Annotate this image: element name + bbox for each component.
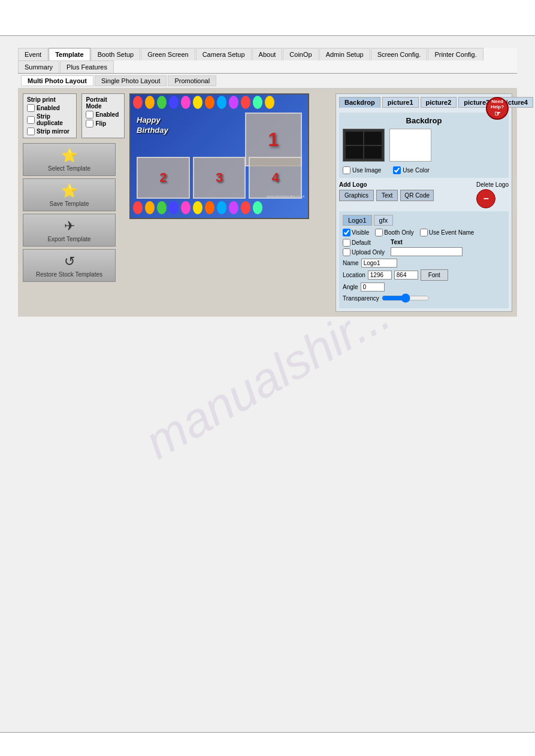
save-template-button[interactable]: ⭐ Save Template — [23, 178, 116, 211]
strip-print-box: Strip print Enabled Strip duplicate Stri… — [23, 93, 77, 138]
use-event-name-label: Use Event Name — [429, 229, 474, 236]
sub-tab-single-photo[interactable]: Single Photo Layout — [95, 75, 167, 86]
thumb-cell-2 — [364, 132, 382, 145]
tab-printer-config[interactable]: Printer Config. — [428, 48, 483, 60]
tab-bar: Event Template Booth Setup Green Screen … — [18, 48, 517, 74]
sub-tab-multi-photo[interactable]: Multi Photo Layout — [21, 75, 93, 86]
balloons-bottom — [131, 200, 308, 218]
strip-duplicate-checkbox[interactable] — [27, 116, 35, 124]
export-template-button[interactable]: ✈ Export Template — [23, 214, 116, 247]
backdrop-thumbnail — [343, 129, 385, 162]
portrait-enabled-row: Enabled — [86, 111, 120, 119]
birthday-line2: Birthday — [137, 126, 168, 136]
sub-tab-promotional[interactable]: Promotional — [168, 75, 216, 86]
use-color-checkbox[interactable] — [393, 166, 401, 174]
balloon — [229, 96, 238, 109]
tab-plus-features[interactable]: Plus Features — [60, 60, 114, 73]
use-event-name-checkbox[interactable] — [420, 229, 428, 236]
delete-logo-button[interactable]: − — [476, 189, 495, 208]
font-button[interactable]: Font — [421, 269, 448, 281]
balloon — [205, 96, 214, 109]
tab-booth-setup[interactable]: Booth Setup — [91, 48, 141, 60]
strip-print-enabled-row: Enabled — [27, 104, 72, 112]
left-panel: Strip print Enabled Strip duplicate Stri… — [23, 93, 125, 312]
default-check-row: Default — [343, 239, 385, 247]
balloon-b — [205, 201, 214, 214]
upload-only-checkbox[interactable] — [343, 248, 350, 256]
birthday-background: Happy Birthday 1 2 3 4 — [131, 95, 308, 218]
balloon — [193, 96, 202, 109]
main-content: Event Template Booth Setup Green Screen … — [0, 36, 535, 329]
logo-left-options: Default Upload Only — [343, 239, 385, 256]
select-template-button[interactable]: ⭐ Select Template — [23, 143, 116, 176]
tab-screen-config[interactable]: Screen Config. — [371, 48, 428, 60]
booth-only-checkbox[interactable] — [375, 229, 383, 236]
star-up-icon: ⭐ — [61, 183, 77, 199]
default-checkbox[interactable] — [343, 239, 350, 247]
location-y-input[interactable] — [394, 271, 418, 280]
tab-about[interactable]: About — [252, 48, 283, 60]
thumb-cell-3 — [346, 146, 363, 159]
qrcode-button[interactable]: QR Code — [400, 190, 434, 201]
logo-tabs: Logo1 gfx — [343, 215, 505, 226]
text-section-title: Text — [391, 239, 505, 245]
rp-tab-picture1[interactable]: picture1 — [382, 97, 419, 108]
strip-mirror-row: Strip mirror — [27, 127, 72, 135]
visible-check-row: Visible — [343, 229, 369, 236]
balloon — [133, 96, 143, 109]
portrait-flip-checkbox[interactable] — [86, 120, 93, 127]
backdrop-title: Backdrop — [343, 116, 505, 125]
balloon-b — [253, 201, 262, 214]
tab-green-screen[interactable]: Green Screen — [141, 48, 195, 60]
section-boxes: Strip print Enabled Strip duplicate Stri… — [23, 93, 125, 141]
location-x-input[interactable] — [368, 271, 392, 280]
logo-tab-logo1[interactable]: Logo1 — [343, 215, 372, 226]
need-help-label2: Help? — [491, 104, 504, 110]
angle-label: Angle — [343, 284, 358, 290]
restore-stock-button[interactable]: ↺ Restore Stock Templates — [23, 249, 116, 282]
save-template-label: Save Template — [50, 201, 89, 207]
strip-mirror-checkbox[interactable] — [27, 127, 35, 135]
logo-details-section: Logo1 gfx Visible Booth Only Use — [339, 211, 509, 308]
workspace: Strip print Enabled Strip duplicate Stri… — [18, 89, 517, 317]
birthday-line1: Happy — [137, 116, 168, 126]
visible-label: Visible — [352, 229, 369, 236]
tab-camera-setup[interactable]: Camera Setup — [196, 48, 252, 60]
balloon-b — [181, 201, 191, 214]
visible-checkbox[interactable] — [343, 229, 350, 236]
tab-event[interactable]: Event — [18, 48, 48, 60]
balloon-b — [229, 201, 238, 214]
need-help-label: Need — [491, 99, 503, 104]
tab-template[interactable]: Template — [49, 48, 90, 60]
logo-visibility-row: Visible Booth Only Use Event Name — [343, 229, 505, 236]
portrait-enabled-checkbox[interactable] — [86, 111, 93, 119]
text-button[interactable]: Text — [376, 190, 398, 201]
logo-tab-gfx[interactable]: gfx — [374, 215, 394, 226]
strip-print-title: Strip print — [27, 96, 72, 103]
logo-options-row: Default Upload Only Text — [343, 239, 505, 256]
balloon-b — [241, 201, 250, 214]
strip-mirror-label: Strip mirror — [37, 128, 69, 135]
angle-input[interactable] — [361, 283, 385, 292]
tab-summary[interactable]: Summary — [18, 60, 59, 73]
add-delete-logo-row: Add Logo Graphics Text QR Code Delete Lo… — [339, 181, 509, 208]
need-help-button[interactable]: Need Help? ☞ — [486, 97, 509, 120]
strip-duplicate-row: Strip duplicate — [27, 113, 72, 126]
tab-admin-setup[interactable]: Admin Setup — [319, 48, 370, 60]
middle-panel: Happy Birthday 1 2 3 4 — [129, 93, 331, 312]
balloon — [145, 96, 155, 109]
rp-tab-picture2[interactable]: picture2 — [421, 97, 457, 108]
tab-coinop[interactable]: CoinOp — [283, 48, 318, 60]
graphics-button[interactable]: Graphics — [339, 190, 374, 201]
balloon — [181, 96, 191, 109]
use-image-checkbox[interactable] — [343, 166, 350, 174]
text-input[interactable] — [391, 247, 463, 256]
top-bar — [0, 0, 535, 36]
strip-print-enabled-checkbox[interactable] — [27, 104, 35, 112]
transparency-slider[interactable] — [382, 293, 430, 303]
name-input[interactable] — [361, 259, 397, 268]
location-row: Location Font — [343, 269, 505, 281]
rp-tab-backdrop[interactable]: Backdrop — [339, 97, 380, 108]
portrait-flip-row: Flip — [86, 120, 120, 127]
portrait-mode-box: Portrait Mode Enabled Flip — [81, 93, 125, 138]
